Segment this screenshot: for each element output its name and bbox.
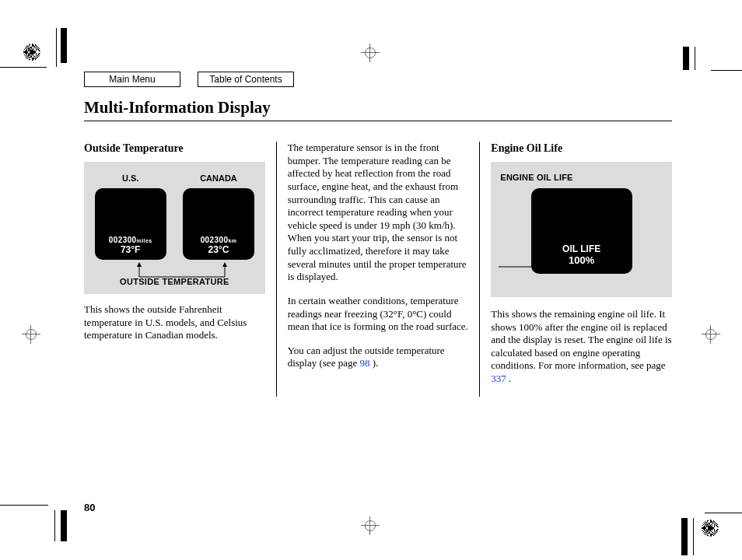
body-text: The temperature sensor is in the front b…	[288, 142, 469, 284]
manual-page-scan: Main Menu Table of Contents Multi-Inform…	[0, 0, 742, 560]
body-text: This shows the remaining engine oil life…	[491, 308, 672, 386]
registration-mark-icon	[702, 520, 719, 537]
column-2: The temperature sensor is in the front b…	[277, 142, 481, 397]
section-heading-oil-life: Engine Oil Life	[491, 142, 672, 156]
display-screen-oil: OIL LIFE 100%	[531, 188, 632, 274]
body-text: In certain weather conditions, temperatu…	[288, 295, 469, 334]
header-nav: Main Menu Table of Contents	[84, 72, 672, 87]
temp-reading-us: 73°F	[121, 244, 140, 255]
figure-label-ca: CANADA	[183, 173, 254, 184]
display-screen-ca: 002300km 23°C	[183, 188, 254, 260]
main-menu-link[interactable]: Main Menu	[84, 72, 180, 87]
page-ref-link[interactable]: 98	[359, 357, 369, 369]
crosshair-icon	[703, 327, 719, 342]
oil-life-label: OIL LIFE	[562, 243, 600, 254]
temp-reading-ca: 23°C	[208, 244, 229, 255]
odometer-unit-us: miles	[137, 238, 152, 243]
page-content: Main Menu Table of Contents Multi-Inform…	[84, 72, 672, 513]
page-number: 80	[84, 502, 95, 513]
figure-outside-temperature: U.S. 002300miles 73°F CANADA	[84, 162, 265, 294]
odometer-ca: 002300	[201, 236, 229, 244]
display-screen-us: 002300miles 73°F	[95, 188, 166, 260]
columns: Outside Temperature U.S. 002300miles 73°…	[84, 142, 672, 397]
odometer-us: 002300	[109, 236, 137, 244]
crosshair-icon	[362, 45, 378, 61]
page-ref-link[interactable]: 337	[491, 373, 506, 384]
column-1: Outside Temperature U.S. 002300miles 73°…	[84, 142, 277, 397]
figure-label-us: U.S.	[95, 173, 166, 184]
section-heading-outside-temp: Outside Temperature	[84, 142, 265, 156]
crosshair-icon	[362, 518, 378, 534]
figure-title: ENGINE OIL LIFE	[500, 173, 663, 182]
toc-link[interactable]: Table of Contents	[198, 72, 294, 87]
body-text: You can adjust the outside temperature d…	[288, 345, 469, 370]
page-title: Multi-Information Display	[84, 98, 672, 121]
figure-engine-oil-life: ENGINE OIL LIFE OIL LIFE 100%	[491, 162, 672, 297]
odometer-unit-ca: km	[228, 238, 236, 243]
callout-arrow-icon	[499, 261, 545, 276]
crosshair-icon	[23, 327, 39, 342]
column-3: Engine Oil Life ENGINE OIL LIFE OIL LIFE…	[480, 142, 672, 397]
oil-life-value: 100%	[569, 254, 594, 266]
body-text: This shows the outside Fahrenheit temper…	[84, 303, 265, 342]
registration-mark-icon	[23, 44, 40, 61]
